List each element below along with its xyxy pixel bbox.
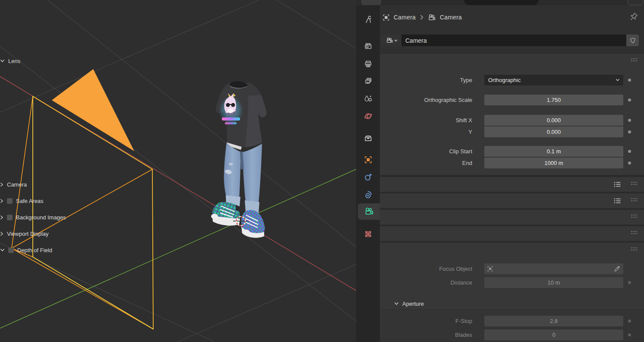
focus-object-field[interactable] — [484, 263, 623, 274]
shift-y-field[interactable]: 0.000 — [484, 127, 623, 137]
id-name-input[interactable]: Camera — [401, 35, 626, 46]
physics-icon — [364, 173, 373, 181]
world-icon — [364, 112, 373, 120]
tab-texture[interactable] — [356, 226, 380, 242]
protect-shield-button[interactable] — [626, 35, 639, 46]
lens-panel-header[interactable]: Lens — [0, 57, 20, 65]
properties-header — [356, 0, 644, 5]
chevron-right-icon — [0, 182, 3, 187]
aperture-subpanel-title: Aperture — [402, 301, 424, 307]
animate-decorator-dot[interactable] — [628, 98, 631, 101]
fstop-value: 2.8 — [550, 318, 558, 324]
drag-grip-icon[interactable] — [631, 247, 638, 251]
blender-window: Camera Camera — [0, 0, 644, 342]
safe-areas-panel — [380, 193, 644, 208]
clip-start-field[interactable]: 0.1 m — [484, 146, 623, 157]
aperture-subpanel-header[interactable]: Aperture — [394, 299, 424, 308]
blades-field[interactable]: 0 — [484, 329, 623, 340]
lens-type-dropdown[interactable]: Orthographic — [484, 75, 623, 86]
filter-options-button[interactable] — [628, 0, 643, 5]
depth-of-field-panel-header[interactable]: Depth of Field — [0, 246, 52, 254]
background-images-checkbox[interactable] — [7, 215, 13, 220]
drag-grip-icon[interactable] — [631, 181, 638, 185]
presets-icon[interactable] — [614, 198, 621, 204]
object-icon — [364, 155, 373, 164]
chevron-right-icon — [0, 215, 3, 220]
editor-type-button[interactable] — [361, 0, 381, 5]
animate-decorator-dot[interactable] — [628, 150, 631, 153]
tab-tool[interactable] — [356, 11, 380, 28]
blades-label: Blades — [380, 332, 478, 338]
focus-distance-field[interactable]: 10 m — [484, 277, 623, 288]
chevron-down-icon — [394, 302, 399, 305]
tab-collection[interactable] — [356, 130, 380, 146]
eyedropper-icon[interactable] — [614, 266, 620, 272]
presets-icon[interactable] — [614, 181, 621, 187]
lens-type-label: Type — [380, 77, 478, 83]
background-images-panel-header[interactable]: Background Images — [0, 213, 66, 222]
object-icon — [487, 266, 493, 272]
depth-of-field-title: Depth of Field — [17, 247, 52, 253]
animate-decorator-dot[interactable] — [628, 162, 631, 165]
scene-icon — [364, 94, 373, 103]
shift-x-value: 0.000 — [547, 117, 561, 124]
shift-y-row: Y 0.000 — [380, 127, 644, 137]
shift-x-field[interactable]: 0.000 — [484, 115, 623, 126]
focus-distance-row: Distance 10 m — [380, 277, 644, 288]
object-icon — [382, 14, 390, 21]
animate-decorator-dot[interactable] — [628, 333, 631, 336]
ortho-scale-value: 1.750 — [547, 97, 561, 103]
tab-constraints[interactable] — [356, 187, 380, 203]
tool-icon — [364, 15, 373, 24]
camera-panel-header[interactable]: Camera — [0, 180, 27, 189]
viewport-display-panel-header[interactable]: Viewport Display — [0, 229, 49, 238]
tab-output[interactable] — [356, 56, 380, 72]
tab-object-data-camera[interactable] — [358, 203, 380, 220]
blades-row: Blades 0 — [380, 329, 644, 340]
clip-end-label: End — [380, 160, 478, 166]
shift-x-label: Shift X — [380, 117, 478, 124]
viewport-background — [0, 0, 356, 342]
depth-of-field-checkbox[interactable] — [8, 247, 14, 253]
fstop-field[interactable]: 2.8 — [484, 316, 623, 326]
lens-type-row: Type Orthographic — [380, 75, 644, 86]
render-icon — [364, 42, 373, 51]
animate-decorator-dot[interactable] — [628, 320, 631, 323]
ortho-scale-row: Orthographic Scale 1.750 — [380, 95, 644, 105]
safe-areas-checkbox[interactable] — [7, 198, 13, 204]
clip-end-field[interactable]: 1000 m — [484, 158, 623, 168]
breadcrumb: Camera Camera — [382, 12, 462, 23]
tab-world[interactable] — [356, 108, 380, 124]
drag-grip-icon[interactable] — [631, 214, 638, 218]
tab-object[interactable] — [356, 152, 380, 168]
safe-areas-panel-header[interactable]: Safe Areas — [0, 196, 44, 205]
drag-grip-icon[interactable] — [631, 58, 638, 62]
chevron-right-icon — [420, 15, 424, 20]
drag-grip-icon[interactable] — [631, 198, 638, 202]
clip-start-row: Clip Start 0.1 m — [380, 146, 644, 157]
tab-physics[interactable] — [356, 169, 380, 185]
ortho-scale-field[interactable]: 1.750 — [484, 95, 623, 105]
drag-grip-icon[interactable] — [631, 231, 638, 234]
clip-start-label: Clip Start — [380, 148, 478, 155]
breadcrumb-data-name[interactable]: Camera — [440, 14, 462, 21]
texture-icon — [364, 230, 373, 238]
animate-decorator-dot[interactable] — [628, 79, 631, 82]
tab-render[interactable] — [356, 38, 380, 54]
chevron-down-icon — [394, 39, 398, 42]
focus-object-label: Focus Object — [380, 266, 478, 272]
animate-decorator-dot[interactable] — [628, 119, 631, 122]
properties-search-input[interactable] — [464, 0, 539, 5]
tab-view-layer[interactable] — [356, 73, 380, 89]
viewport-display-title: Viewport Display — [7, 231, 49, 237]
tab-scene[interactable] — [356, 90, 380, 107]
breadcrumb-object-name[interactable]: Camera — [394, 14, 416, 21]
animate-decorator-dot[interactable] — [628, 281, 631, 284]
browse-id-button[interactable] — [382, 35, 401, 46]
3d-viewport[interactable] — [0, 0, 356, 342]
output-icon — [364, 60, 373, 68]
animate-decorator-dot[interactable] — [628, 130, 631, 133]
pin-icon[interactable] — [628, 12, 638, 22]
chevron-down-icon — [0, 248, 5, 252]
camera-data-icon — [364, 207, 374, 216]
